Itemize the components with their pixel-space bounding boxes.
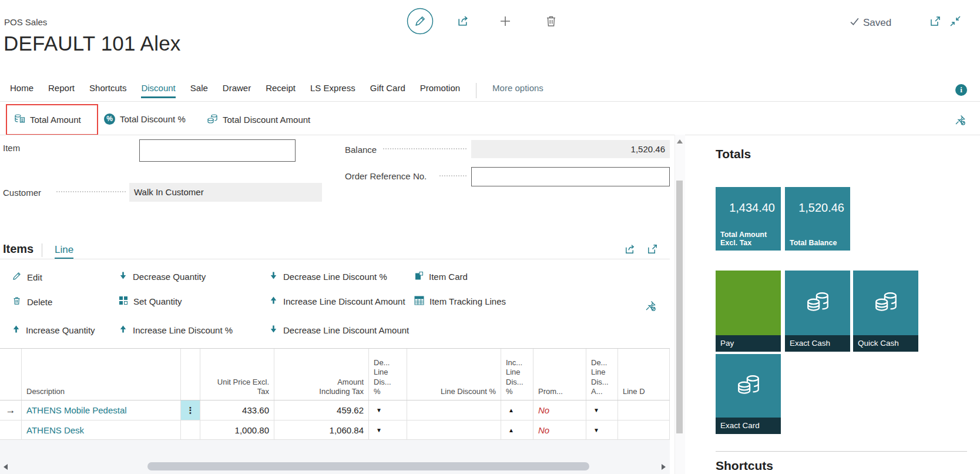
decrease-quantity-label: Decrease Quantity [133, 272, 206, 282]
increase-line-discount-pct-button[interactable]: Increase Line Discount % [119, 325, 233, 335]
col-decrease-line-discount-amt[interactable]: De... Line Dis... A... [586, 349, 618, 400]
decrease-quantity-button[interactable]: Decrease Quantity [119, 271, 206, 282]
total-balance-tile[interactable]: 1,520.46 Total Balance [785, 187, 850, 251]
col-increase-line-discount-pct[interactable]: Inc... Line Dis... % [501, 349, 533, 400]
increase-quantity-button[interactable]: Increase Quantity [12, 325, 95, 335]
item-tracking-lines-button[interactable]: Item Tracking Lines [414, 296, 506, 307]
items-popout-icon[interactable] [646, 243, 659, 258]
decrease-line-discount-amount-button[interactable]: Decrease Line Discount Amount [269, 325, 409, 335]
decrease-line-discount-amt-cell[interactable]: ▼ [586, 420, 618, 440]
tabs-divider-line [0, 101, 980, 102]
delete-trash-icon[interactable] [544, 14, 558, 31]
tab-discount[interactable]: Discount [141, 83, 175, 98]
tab-report[interactable]: Report [48, 83, 75, 98]
set-quantity-label: Set Quantity [133, 296, 182, 306]
edit-pencil-button[interactable] [407, 8, 434, 37]
tab-drawer[interactable]: Drawer [223, 83, 251, 98]
table-row[interactable]: ATHENS Desk 1,000.80 1,060.84 ▼ ▲ No ▼ [0, 420, 670, 440]
row-menu-cell[interactable] [181, 420, 200, 440]
arrow-up-icon [12, 325, 21, 335]
vscroll-up-arrow[interactable] [677, 139, 683, 143]
promotion-cell[interactable]: No [533, 420, 586, 440]
decrease-line-discount-pct-cell[interactable]: ▼ [369, 420, 407, 440]
exact-cash-tile[interactable]: Exact Cash [785, 271, 850, 352]
col-line-discount-pct[interactable]: Line Discount % [407, 349, 501, 400]
amount-cell[interactable]: 1,060.84 [274, 420, 369, 440]
arrow-up-icon [119, 325, 127, 335]
increase-line-discount-pct-cell[interactable]: ▲ [501, 400, 533, 420]
col-line-d[interactable]: Line D [618, 349, 670, 400]
set-quantity-button[interactable]: Set Quantity [119, 296, 182, 307]
decrease-line-discount-pct-cell[interactable]: ▼ [369, 400, 407, 420]
pay-tile[interactable]: Pay [716, 271, 781, 352]
col-amount[interactable]: Amount Including Tax [274, 349, 369, 400]
tab-shortcuts[interactable]: Shortcuts [89, 83, 126, 98]
decrease-line-discount-amt-cell[interactable]: ▼ [586, 400, 618, 420]
amount-cell[interactable]: 459.62 [274, 400, 369, 420]
tab-promotion[interactable]: Promotion [420, 83, 460, 98]
total-discount-pct-button[interactable]: % Total Discount % [104, 114, 186, 125]
info-icon[interactable]: i [955, 84, 967, 96]
grid-icon [119, 296, 128, 307]
share-icon[interactable] [457, 14, 470, 30]
unit-price-cell[interactable]: 433.60 [200, 400, 274, 420]
decrease-line-discount-pct-button[interactable]: Decrease Line Discount % [269, 271, 387, 282]
hscroll-left-arrow[interactable] [4, 464, 8, 470]
pay-tile-label: Pay [716, 335, 781, 352]
total-discount-amount-button[interactable]: Total Discount Amount [207, 114, 310, 126]
increase-line-discount-pct-cell[interactable]: ▲ [501, 420, 533, 440]
edit-button[interactable]: Edit [12, 271, 42, 283]
more-options-button[interactable]: More options [492, 83, 543, 93]
coins-icon [853, 271, 918, 335]
order-reference-input[interactable] [471, 167, 670, 186]
total-amount-button[interactable]: Total Amount [14, 114, 81, 126]
open-in-window-icon[interactable] [929, 15, 942, 30]
quick-cash-tile[interactable]: Quick Cash [853, 271, 918, 352]
item-card-button[interactable]: Item Card [414, 271, 468, 282]
shortcuts-panel-title: Shortcuts [716, 459, 773, 473]
col-unit-price[interactable]: Unit Price Excl. Tax [200, 349, 274, 400]
items-unpin-icon[interactable] [645, 300, 656, 314]
arrow-down-icon [269, 271, 278, 282]
line-d-cell[interactable] [618, 400, 670, 420]
item-input[interactable] [139, 139, 296, 162]
table-row[interactable]: → ATHENS Mobile Pedestal ⋮ 433.60 459.62… [0, 400, 670, 420]
row-selected-marker: → [0, 400, 22, 420]
lines-table: Description Unit Price Excl. Tax Amount … [0, 348, 670, 440]
horizontal-scrollbar-thumb[interactable] [147, 462, 589, 470]
unpin-icon[interactable] [954, 114, 966, 128]
increase-line-discount-amount-button[interactable]: Increase Line Discount Amount [269, 296, 405, 306]
total-amount-excl-tax-tile[interactable]: 1,434.40 Total Amount Excl. Tax [716, 187, 781, 251]
vertical-scrollbar-thumb[interactable] [676, 181, 683, 433]
decrease-line-discount-pct-label: Decrease Line Discount % [283, 272, 387, 282]
description-cell[interactable]: ATHENS Mobile Pedestal [22, 400, 181, 420]
col-promotion[interactable]: Prom... [533, 349, 586, 400]
coins-icon [785, 271, 850, 335]
increase-line-discount-pct-label: Increase Line Discount % [133, 325, 233, 335]
hscroll-right-arrow[interactable] [662, 464, 666, 470]
col-description[interactable]: Description [22, 349, 181, 400]
tab-ls-express[interactable]: LS Express [310, 83, 355, 98]
row-menu-button[interactable]: ⋮ [181, 400, 200, 420]
tab-receipt[interactable]: Receipt [266, 83, 296, 98]
unit-price-cell[interactable]: 1,000.80 [200, 420, 274, 440]
line-d-cell[interactable] [618, 420, 670, 440]
exact-card-tile[interactable]: Exact Card [716, 354, 781, 434]
description-cell[interactable]: ATHENS Desk [22, 420, 181, 440]
delete-line-button[interactable]: Delete [12, 296, 52, 308]
table-header-row: Description Unit Price Excl. Tax Amount … [0, 348, 670, 400]
add-new-icon[interactable] [498, 14, 512, 31]
balance-field: 1,520.46 [471, 140, 670, 158]
col-decrease-line-discount-pct[interactable]: De... Line Dis... % [369, 349, 407, 400]
line-discount-pct-cell[interactable] [407, 420, 501, 440]
tab-gift-card[interactable]: Gift Card [370, 83, 405, 98]
customer-field[interactable]: Walk In Customer [129, 183, 322, 202]
collapse-icon[interactable] [949, 15, 962, 30]
tab-sale[interactable]: Sale [190, 83, 208, 98]
tab-line[interactable]: Line [55, 244, 73, 259]
items-share-icon[interactable] [624, 243, 636, 258]
line-discount-pct-cell[interactable] [407, 400, 501, 420]
promotion-cell[interactable]: No [533, 400, 586, 420]
items-divider-line [0, 259, 670, 259]
tab-home[interactable]: Home [10, 83, 33, 98]
